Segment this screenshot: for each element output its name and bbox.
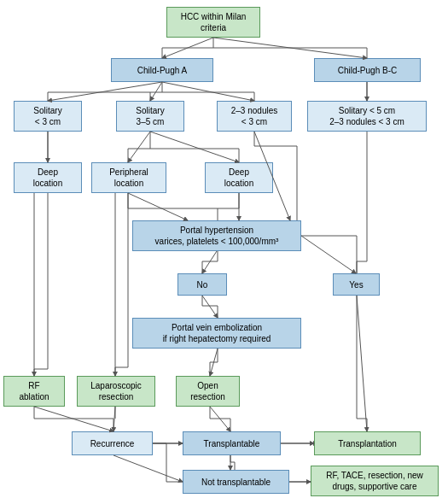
portal-hypertension-box: Portal hypertensionvarices, platelets < … (132, 220, 301, 251)
hcc-label: HCC within Milan criteria (171, 11, 256, 33)
child-bc-label: Child-Pugh B-C (338, 65, 397, 76)
yes-box: Yes (333, 273, 380, 296)
svg-line-66 (213, 38, 367, 58)
transplantable-label: Transplantable (204, 438, 260, 449)
flowchart-diagram: HCC within Milan criteria Child-Pugh A C… (0, 0, 448, 504)
svg-line-68 (150, 82, 162, 101)
svg-line-87 (113, 455, 183, 482)
rf-ablation-box: RFablation (3, 376, 65, 407)
recurrence-box: Recurrence (72, 431, 153, 455)
svg-line-91 (357, 296, 367, 431)
portal-vein-embol-box: Portal vein embolizationif right hepatec… (132, 318, 301, 349)
peripheral-location-box: Peripherallocation (91, 162, 166, 193)
not-transplantable-label: Not transplantable (201, 477, 271, 488)
child-a-box: Child-Pugh A (111, 58, 213, 82)
hcc-box: HCC within Milan criteria (166, 7, 260, 38)
transplantation-label: Transplantation (338, 438, 397, 449)
deep-location-left-box: Deeplocation (14, 162, 82, 193)
svg-line-72 (128, 132, 150, 162)
open-resection-box: Openresection (176, 376, 240, 407)
svg-line-78 (301, 236, 356, 273)
svg-line-67 (48, 82, 162, 101)
svg-line-83 (34, 407, 113, 431)
child-bc-box: Child-Pugh B-C (314, 58, 421, 82)
open-resection-label: Openresection (190, 380, 225, 402)
deep-location-left-label: Deeplocation (33, 167, 62, 189)
deep-location-right-box: Deeplocation (205, 162, 273, 193)
svg-line-85 (210, 407, 230, 431)
svg-line-74 (128, 193, 188, 220)
svg-line-69 (162, 82, 254, 101)
transplantable-box: Transplantable (183, 431, 281, 455)
recurrence-label: Recurrence (90, 438, 135, 449)
solitary-bc-label: Solitary < 5 cm2–3 nodules < 3 cm (329, 105, 404, 127)
svg-line-84 (113, 407, 115, 431)
nodules-box: 2–3 nodules< 3 cm (217, 101, 292, 132)
not-transplantable-box: Not transplantable (183, 470, 289, 494)
svg-line-73 (150, 132, 239, 162)
solitary-3cm-label: Solitary< 3 cm (33, 105, 61, 127)
portal-hypertension-label: Portal hypertensionvarices, platelets < … (155, 225, 279, 247)
yes-label: Yes (349, 279, 363, 290)
solitary-bc-box: Solitary < 5 cm2–3 nodules < 3 cm (307, 101, 427, 132)
solitary-35cm-box: Solitary3–5 cm (116, 101, 184, 132)
child-a-label: Child-Pugh A (137, 65, 187, 76)
rf-tace-box: RF, TACE, resection, newdrugs, supportiv… (311, 466, 439, 496)
transplantation-box: Transplantation (314, 431, 421, 455)
solitary-35cm-label: Solitary3–5 cm (136, 105, 164, 127)
svg-line-65 (162, 38, 213, 58)
nodules-label: 2–3 nodules< 3 cm (231, 105, 278, 127)
svg-line-79 (202, 296, 218, 318)
laparoscopic-resection-box: Laparoscopicresection (77, 376, 155, 407)
laparoscopic-resection-label: Laparoscopicresection (90, 380, 141, 402)
rf-ablation-label: RFablation (19, 380, 49, 402)
no-label: No (197, 279, 208, 290)
svg-line-77 (202, 251, 217, 273)
svg-line-80 (210, 349, 218, 376)
portal-vein-embol-label: Portal vein embolizationif right hepatec… (163, 322, 271, 344)
deep-location-right-label: Deeplocation (224, 167, 253, 189)
peripheral-location-label: Peripherallocation (109, 167, 148, 189)
no-box: No (177, 273, 227, 296)
rf-tace-label: RF, TACE, resection, newdrugs, supportiv… (326, 470, 423, 492)
solitary-3cm-box: Solitary< 3 cm (14, 101, 82, 132)
